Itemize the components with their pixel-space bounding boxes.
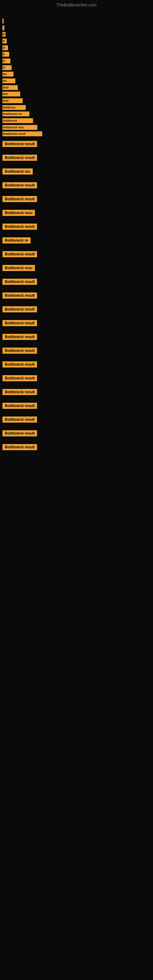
- bars-container: EEBEBBBoBoBottBotBottBottlenecBottleneck…: [0, 18, 153, 137]
- bar-label: Bottlenec: [3, 106, 16, 109]
- site-title: TheBottlenecker.com: [0, 0, 153, 9]
- result-item: Bottleneck resu: [0, 206, 153, 220]
- result-tag: Bottleneck res: [2, 169, 33, 175]
- bar-label: B: [3, 59, 5, 62]
- bar-row: Bottleneck res: [0, 111, 153, 117]
- bar-row: E: [0, 51, 153, 57]
- result-tag: Bottleneck result: [2, 348, 37, 354]
- result-item: Bottleneck result: [0, 399, 153, 413]
- result-tag: Bottleneck result: [2, 155, 37, 161]
- bar-label: Bot: [3, 92, 8, 95]
- bar-item: E: [2, 52, 9, 57]
- bar-row: B: [0, 45, 153, 51]
- bar-item: Bottleneck res: [2, 111, 29, 116]
- result-item: Bottleneck resu: [0, 261, 153, 275]
- bar-item: E: [2, 32, 5, 37]
- result-tag: Bottleneck result: [2, 196, 37, 202]
- bar-row: E: [0, 31, 153, 38]
- bar-item: Bo: [2, 78, 15, 83]
- bar-row: [0, 24, 153, 31]
- result-tag: Bottleneck result: [2, 293, 37, 299]
- result-tag: Bottleneck result: [2, 444, 37, 450]
- result-item: Bottleneck result: [0, 317, 153, 330]
- result-tag: Bottleneck result: [2, 182, 37, 188]
- bar-label: E: [3, 52, 5, 56]
- result-tag: Bottleneck result: [2, 141, 37, 147]
- result-tag: Bottleneck result: [2, 306, 37, 312]
- bar-item: B: [2, 59, 10, 64]
- result-item: Bottleneck re: [0, 234, 153, 247]
- result-item: Bottleneck result: [0, 192, 153, 206]
- result-item: Bottleneck result: [0, 220, 153, 234]
- result-tag: Bottleneck result: [2, 320, 37, 326]
- result-item: Bottleneck result: [0, 344, 153, 358]
- bar-item: Bottleneck resu: [2, 125, 37, 130]
- result-item: Bottleneck result: [0, 441, 153, 454]
- bar-chart: EEBEBBBoBoBottBotBottBottlenecBottleneck…: [0, 9, 153, 137]
- bar-row: B: [0, 57, 153, 64]
- bar-item: Bottleneck result: [2, 131, 42, 136]
- bar-label: Bo: [3, 73, 7, 76]
- bar-label: Bo: [3, 79, 7, 83]
- bar-row: E: [0, 38, 153, 45]
- bar-item: Bottleneck: [2, 118, 33, 123]
- result-tag: Bottleneck result: [2, 224, 37, 230]
- bar-label: Bottleneck result: [3, 132, 26, 135]
- result-item: Bottleneck res: [0, 165, 153, 178]
- bar-label: Bottleneck resu: [3, 126, 24, 129]
- bar-item: Bott: [2, 85, 18, 90]
- result-tag: Bottleneck result: [2, 334, 37, 340]
- bar-row: Bottleneck resu: [0, 124, 153, 131]
- result-item: Bottleneck result: [0, 358, 153, 371]
- result-item: Bottleneck result: [0, 289, 153, 302]
- bar-item: [2, 25, 4, 30]
- bar-label: B: [3, 66, 5, 69]
- result-tag: Bottleneck result: [2, 251, 37, 257]
- bar-row: Bott: [0, 97, 153, 104]
- result-tag: Bottleneck result: [2, 430, 37, 436]
- result-item: Bottleneck result: [0, 178, 153, 192]
- bar-row: Bottlenec: [0, 104, 153, 111]
- result-item: Bottleneck result: [0, 151, 153, 165]
- result-item: Bottleneck result: [0, 371, 153, 385]
- result-tag: Bottleneck re: [2, 237, 30, 243]
- result-tag: Bottleneck result: [2, 403, 37, 409]
- bar-item: B: [2, 65, 12, 70]
- bar-label: Bottleneck res: [3, 112, 22, 115]
- bar-row: [0, 18, 153, 24]
- bar-row: Bo: [0, 78, 153, 84]
- result-tag: Bottleneck result: [2, 361, 37, 368]
- bar-label: Bott: [3, 99, 9, 102]
- bar-item: Bott: [2, 98, 22, 103]
- result-tag: Bottleneck result: [2, 417, 37, 423]
- result-tag: Bottleneck result: [2, 279, 37, 285]
- bar-item: Bo: [2, 72, 13, 76]
- result-item: Bottleneck result: [0, 330, 153, 344]
- bar-item: Bottlenec: [2, 105, 26, 110]
- bar-row: Bottleneck: [0, 117, 153, 124]
- result-tag: Bottleneck result: [2, 389, 37, 395]
- result-tag: Bottleneck resu: [2, 265, 35, 271]
- bar-row: B: [0, 64, 153, 71]
- bar-item: [2, 19, 4, 24]
- result-item: Bottleneck result: [0, 426, 153, 441]
- bar-label: B: [3, 46, 5, 49]
- result-item: Bottleneck result: [0, 247, 153, 261]
- result-tag: Bottleneck result: [2, 375, 37, 381]
- result-item: Bottleneck result: [0, 302, 153, 317]
- bar-label: Bott: [3, 86, 9, 89]
- bar-row: Bo: [0, 71, 153, 78]
- result-item: Bottleneck result: [0, 137, 153, 151]
- bar-label: E: [3, 40, 5, 43]
- result-list: Bottleneck resultBottleneck resultBottle…: [0, 137, 153, 454]
- result-tag: Bottleneck resu: [2, 210, 35, 216]
- bar-row: Bott: [0, 84, 153, 91]
- bar-label: Bottleneck: [3, 119, 17, 122]
- bar-item: B: [2, 45, 8, 50]
- bar-item: E: [2, 38, 7, 43]
- site-header: TheBottlenecker.com: [0, 0, 153, 9]
- bar-row: Bot: [0, 91, 153, 97]
- result-item: Bottleneck result: [0, 385, 153, 399]
- bar-label: E: [3, 33, 5, 36]
- result-item: Bottleneck result: [0, 275, 153, 289]
